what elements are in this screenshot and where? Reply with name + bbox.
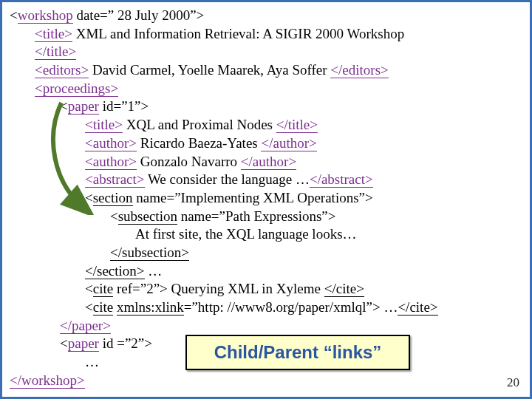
text-p1title: XQL and Proximal Nodes [123, 117, 276, 132]
line-paper1-title: <title> XQL and Proximal Nodes </title> [10, 116, 522, 134]
page-number: 20 [507, 375, 519, 391]
line-workshop-open: <workshop date=” 28 July 2000”> [10, 7, 522, 25]
attr-subsection: name=”Path Expressions”> [177, 208, 336, 224]
text-editors: David Carmel, Yoelle Maarek, Aya Soffer [89, 62, 330, 78]
attr-paper2: id =”2”> [99, 335, 152, 351]
attr-workshop: date=” 28 July 2000”> [73, 7, 205, 23]
tag-editors-open: <editors> [35, 62, 89, 78]
tag-author1-close: </author> [261, 135, 316, 151]
line-paper1-close: </paper> [10, 317, 522, 335]
angle: < [110, 208, 118, 224]
angle: < [85, 281, 93, 296]
tag-author2-close: </author> [241, 154, 296, 170]
text-section-after: … [145, 263, 163, 279]
tag-title-open: <title> [35, 26, 72, 42]
tag-cite2-close: </cite> [398, 299, 437, 316]
tag-editors-close: </editors> [330, 62, 388, 78]
text-cite1: Querying XML in Xyleme [168, 281, 324, 296]
attr-paper1: id=”1”> [99, 98, 149, 114]
attr-section: name=”Implementing XML Operations”> [133, 190, 373, 205]
tag-section: section [93, 190, 133, 206]
tag-paper1-close: </paper> [60, 318, 111, 334]
attr-cite2: =”http: //www8.org/paper/xmlql”> [184, 299, 381, 315]
line-title-close: </title> [10, 43, 522, 61]
tag-title-close: </title> [35, 44, 76, 60]
xml-code-block: <workshop date=” 28 July 2000”> <title> … [10, 7, 522, 389]
text-title: XML and Information Retrieval: A SIGIR 2… [72, 26, 404, 41]
line-abstract: <abstract> We consider the language …</a… [10, 171, 522, 189]
tag-subsection-close: </subsection> [110, 245, 189, 261]
tag-paper2: paper [68, 335, 99, 352]
line-author1: <author> Ricardo Baeza-Yates </author> [10, 134, 522, 153]
tag-abstract-close: </abstract> [310, 171, 373, 188]
tag-p1title-close: </title> [276, 117, 318, 133]
angle: < [60, 98, 68, 114]
text-author1: Ricardo Baeza-Yates [137, 135, 262, 151]
line-subsection-open: <subsection name=”Path Expressions”> [10, 208, 522, 226]
tag-author1-open: <author> [85, 135, 137, 151]
angle: < [85, 190, 93, 205]
tag-proceedings-open: <proceedings> [35, 81, 118, 97]
line-author2: <author> Gonzalo Navarro </author> [10, 153, 522, 171]
tag-section-close: </section> [85, 263, 145, 279]
tag-cite2: cite [93, 299, 113, 316]
line-subsection-close: </subsection> [10, 244, 522, 262]
tag-workshop-close: </workshop> [10, 372, 85, 389]
line-paper1-open: <paper id=”1”> [10, 98, 522, 116]
line-title-open: <title> XML and Information Retrieval: A… [10, 25, 522, 44]
line-cite1: <cite ref=”2”> Querying XML in Xyleme </… [10, 280, 522, 299]
line-editors: <editors> David Carmel, Yoelle Maarek, A… [10, 61, 522, 80]
text-ellipsis: … [85, 354, 99, 369]
angle: < [60, 335, 68, 351]
line-workshop-close: </workshop> [10, 372, 522, 390]
callout-box: Child/Parent “links” [185, 335, 410, 370]
tag-paper1: paper [68, 98, 99, 115]
text-subsection: At first site, the XQL language looks… [135, 226, 357, 242]
angle: < [85, 299, 93, 315]
text-abstract: We consider the language … [145, 171, 310, 187]
tag-workshop: workshop [18, 7, 73, 24]
line-proceedings-open: <proceedings> [10, 80, 522, 98]
line-cite2: <cite xmlns:xlink=”http: //www8.org/pape… [10, 299, 522, 317]
tag-cite1-close: </cite> [324, 281, 364, 297]
line-section-open: <section name=”Implementing XML Operatio… [10, 189, 522, 208]
angle: < [10, 7, 18, 23]
tag-abstract-open: <abstract> [85, 171, 145, 188]
line-subsection-text: At first site, the XQL language looks… [10, 225, 522, 244]
attr-cite1: ref=”2”> [113, 281, 168, 296]
callout-text: Child/Parent “links” [214, 341, 382, 364]
tag-cite1: cite [93, 281, 113, 297]
tag-p1title-open: <title> [85, 117, 123, 133]
line-section-close: </section> … [10, 262, 522, 281]
attr-xlink: xmlns:xlink [117, 299, 184, 316]
text-cite2: … [381, 299, 398, 315]
slide-frame: <workshop date=” 28 July 2000”> <title> … [0, 0, 532, 399]
tag-subsection: subsection [118, 208, 177, 225]
text-author2: Gonzalo Navarro [137, 154, 241, 169]
tag-author2-open: <author> [85, 154, 137, 170]
